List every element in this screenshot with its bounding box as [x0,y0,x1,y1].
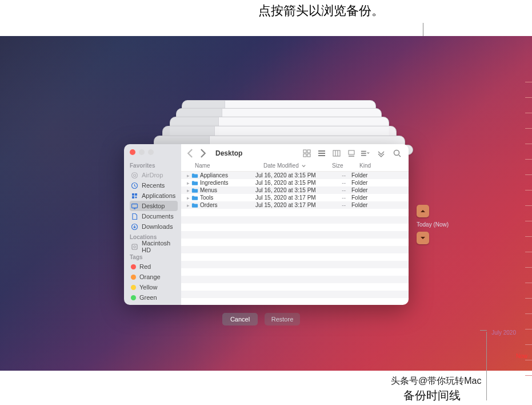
table-row-empty [181,261,409,268]
search-button[interactable] [393,149,402,158]
sidebar-item-macintosh-hd[interactable]: Macintosh HD [130,241,178,252]
table-row[interactable]: ▸ToolsJul 15, 2020 at 3:17 PM--Folder [181,194,409,201]
svg-rect-16 [361,151,366,152]
sidebar-item-label: Orange [139,273,161,280]
sidebar-item-label: Desktop [142,202,165,209]
table-row[interactable]: ▸AppliancesJul 16, 2020 at 3:15 PM--Fold… [181,172,409,179]
callout-tick [480,330,487,331]
callout-top: 点按箭头以浏览备份。 [258,2,384,19]
table-row-empty [181,209,409,216]
svg-rect-11 [307,150,310,153]
zoom-button[interactable] [148,149,154,155]
sidebar-tag-orange[interactable]: Orange [130,272,178,282]
view-mode-group [302,149,356,158]
disclosure-icon[interactable]: ▸ [187,202,190,208]
tag-dot-icon [131,264,136,269]
svg-rect-5 [132,196,134,198]
sidebar-item-label: Macintosh HD [142,240,178,253]
gallery-view-button[interactable] [347,149,356,158]
col-date[interactable]: Date Modified [263,162,332,169]
file-name: Tools [200,194,213,201]
svg-rect-15 [349,150,354,154]
sort-arrow-icon [301,163,306,168]
sidebar-item-label: Recents [142,182,165,189]
svg-rect-13 [307,154,310,157]
table-row-empty [181,231,409,239]
column-headers[interactable]: Name Date Modified Size Kind [181,162,409,172]
restore-button[interactable]: Restore [265,313,300,325]
icon-view-button[interactable] [302,149,311,158]
file-date: Jul 16, 2020 at 3:15 PM [255,180,324,186]
chevron-up-icon [419,208,426,215]
col-kind[interactable]: Kind [359,162,401,169]
sidebar-item-airdrop[interactable]: AirDrop [130,170,178,180]
disclosure-icon[interactable]: ▸ [187,180,190,186]
table-row[interactable]: ▸IngredientsJul 16, 2020 at 3:15 PM--Fol… [181,179,409,186]
list-view-button[interactable] [317,149,326,158]
table-row-empty [181,253,409,261]
file-size: -- [324,172,351,178]
finder-main: Desktop Name Date Modified [181,144,409,305]
svg-rect-18 [361,155,366,156]
forward-button[interactable] [197,148,209,159]
timeline-now-label: Now [516,353,527,359]
svg-rect-10 [303,150,306,153]
file-name: Orders [200,202,218,208]
file-kind: Folder [351,202,393,208]
callout-bottom: 备份时间线 [403,388,461,403]
sidebar-head-favorites: Favorites [130,162,178,169]
sidebar-item-documents[interactable]: Documents [130,211,178,221]
table-row-empty [181,298,409,305]
cancel-button[interactable]: Cancel [222,313,258,325]
watermark-logo: M [326,376,349,399]
disclosure-icon[interactable]: ▸ [187,195,190,201]
timeline-ticks [525,82,532,391]
timeline-month-label: July 2020 [491,329,516,336]
col-name[interactable]: Name [195,162,263,169]
clock-icon [131,182,138,189]
table-row[interactable]: ▸OrdersJul 15, 2020 at 3:17 PM--Folder [181,201,409,209]
sidebar-tag-green[interactable]: Green [130,292,178,303]
sidebar-tag-yellow[interactable]: Yellow [130,282,178,292]
finder-window: Favorites AirDropRecentsApplicationsDesk… [124,144,409,305]
svg-rect-6 [132,204,138,208]
window-controls [130,149,178,160]
back-button[interactable] [185,148,196,159]
table-row-empty [181,239,409,246]
table-row-empty [181,291,409,298]
airdrop-icon [131,172,138,179]
file-date: Jul 16, 2020 at 3:15 PM [255,187,324,193]
sidebar-item-downloads[interactable]: Downloads [130,221,178,232]
file-size: -- [324,180,351,186]
watermark-sub: 头条号@带你玩转Mac [391,375,481,387]
col-size[interactable]: Size [332,162,359,169]
file-list: ▸AppliancesJul 16, 2020 at 3:15 PM--Fold… [181,172,409,305]
tag-dot-icon [131,285,136,290]
file-date: Jul 16, 2020 at 3:15 PM [255,172,324,178]
sidebar-item-desktop[interactable]: Desktop [130,201,178,211]
svg-point-19 [394,150,399,156]
timeline-up-button[interactable] [417,205,429,217]
sidebar-item-applications[interactable]: Applications [130,190,178,201]
sidebar-item-label: AirDrop [142,172,163,178]
table-row[interactable]: ▸MenusJul 16, 2020 at 3:15 PM--Folder [181,186,409,194]
timeline-down-button[interactable] [417,232,429,244]
close-button[interactable] [130,149,135,155]
disclosure-icon[interactable]: ▸ [187,173,190,178]
minimize-button[interactable] [139,149,145,155]
svg-point-1 [134,174,136,176]
svg-rect-14 [333,150,340,156]
table-row-empty [181,276,409,283]
chevron-down-icon [419,235,426,241]
apps-icon [131,192,138,200]
sidebar-item-recents[interactable]: Recents [130,180,178,190]
doc-icon [131,213,138,220]
group-menu-button[interactable] [361,149,370,158]
table-row-empty [181,246,409,253]
more-button[interactable] [377,149,386,158]
sidebar-tag-red[interactable]: Red [130,261,178,272]
column-view-button[interactable] [332,149,341,158]
disclosure-icon[interactable]: ▸ [187,188,190,193]
file-kind: Folder [351,180,393,186]
file-name: Ingredients [200,180,228,186]
